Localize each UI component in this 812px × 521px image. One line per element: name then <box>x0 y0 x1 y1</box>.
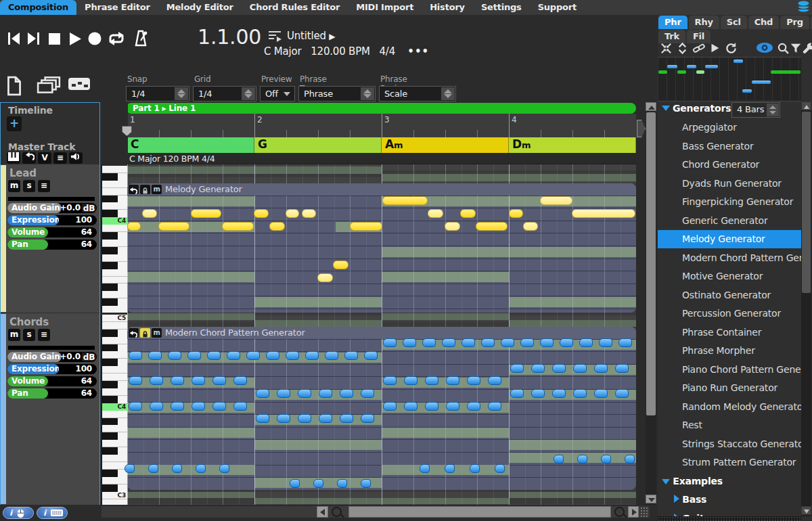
param-volume[interactable]: Volume64 <box>7 376 97 386</box>
control-snap[interactable]: 1/4 <box>126 86 189 101</box>
generator-item[interactable]: Phrase Morpher <box>658 342 801 360</box>
chord-pattern-note[interactable] <box>594 364 608 373</box>
chord-pattern-note[interactable] <box>467 376 480 385</box>
mute-chip[interactable]: m <box>152 328 162 338</box>
chord-pattern-note[interactable] <box>361 479 371 488</box>
black-key[interactable] <box>102 232 118 240</box>
chord-pattern-note[interactable] <box>383 376 397 385</box>
panel-scroll-up[interactable] <box>801 101 811 110</box>
chord-pattern-note[interactable] <box>313 479 323 488</box>
undo-icon[interactable] <box>129 328 139 338</box>
param-pan[interactable]: Pan64 <box>7 388 97 399</box>
menu-item-composition[interactable]: Composition <box>0 0 76 15</box>
menu-item-chord-rules-editor[interactable]: Chord Rules Editor <box>242 0 348 15</box>
chord-pattern-note[interactable] <box>212 402 226 411</box>
chord-pattern-note[interactable] <box>196 464 206 473</box>
melody-note[interactable] <box>222 222 254 231</box>
black-key[interactable] <box>102 344 118 352</box>
piano-roll-grid[interactable]: mMelody GeneratormModern Chord Pattern G… <box>127 164 636 505</box>
chord-pattern-note[interactable] <box>286 351 299 360</box>
control-phrase-resize[interactable]: Scale <box>379 86 456 101</box>
bars-spinner[interactable]: 4 Bars <box>731 102 780 118</box>
chord-pattern-note[interactable] <box>383 402 397 411</box>
chord-pattern-note[interactable] <box>344 351 358 360</box>
chord-pattern-note[interactable] <box>560 338 573 347</box>
chord-pattern-note[interactable] <box>340 414 353 423</box>
chord-pattern-note[interactable] <box>573 364 587 373</box>
black-key[interactable] <box>102 359 118 366</box>
chord-pattern-note[interactable] <box>467 402 480 411</box>
generator-item[interactable]: Ostinato Generator <box>658 286 801 304</box>
skip-to-start-icon[interactable] <box>5 30 24 48</box>
spinner-arrows[interactable] <box>441 87 455 100</box>
black-key[interactable] <box>102 330 118 337</box>
speaker-icon[interactable] <box>69 152 83 164</box>
black-key[interactable] <box>102 298 118 306</box>
menu-item-history[interactable]: History <box>422 0 473 15</box>
chord-pattern-note[interactable] <box>361 389 374 398</box>
piano-keyboard[interactable]: C4 <box>102 166 128 313</box>
chord-pattern-note[interactable] <box>495 464 505 473</box>
chord-pattern-note[interactable] <box>227 351 240 360</box>
chord-pattern-note[interactable] <box>577 455 587 463</box>
layers-icon[interactable] <box>37 76 61 97</box>
black-key[interactable] <box>102 418 118 426</box>
chord-pattern-note[interactable] <box>403 338 416 347</box>
chord-pattern-note[interactable] <box>207 351 221 360</box>
wrench-icon[interactable] <box>802 42 812 55</box>
chord-pattern-note[interactable] <box>579 338 593 347</box>
chord-pattern-note[interactable] <box>246 351 260 360</box>
chord-pattern-note[interactable] <box>488 402 501 411</box>
melody-note[interactable] <box>350 222 382 231</box>
mute-chip[interactable]: m <box>152 185 162 194</box>
chord-pattern-note[interactable] <box>277 389 290 398</box>
chord-pattern-note[interactable] <box>618 338 632 347</box>
resize-grip[interactable] <box>640 507 649 517</box>
song-time-signature[interactable]: 4/4 <box>379 45 395 58</box>
chord-pattern-note[interactable] <box>446 402 459 411</box>
black-key[interactable] <box>102 262 118 269</box>
chord-pattern-note[interactable] <box>148 464 158 473</box>
chord-pattern-note[interactable] <box>256 389 269 398</box>
chord-pattern-note[interactable] <box>488 376 501 385</box>
chord-segment-G[interactable]: G <box>254 137 382 153</box>
control-grid[interactable]: 1/4 <box>193 86 256 101</box>
chord-pattern-note[interactable] <box>420 464 430 473</box>
melody-note[interactable] <box>142 209 157 218</box>
black-key[interactable] <box>102 470 118 477</box>
chord-pattern-note[interactable] <box>212 376 226 385</box>
panel-hscrollbar[interactable] <box>658 516 801 521</box>
track-mute-button[interactable]: m <box>8 180 20 192</box>
chord-pattern-note[interactable] <box>404 402 418 411</box>
generator-item[interactable]: Rest <box>658 416 801 434</box>
param-volume[interactable]: Volume64 <box>7 227 97 237</box>
melody-note[interactable] <box>509 209 523 218</box>
add-timeline-button[interactable]: + <box>7 116 22 131</box>
param-expression[interactable]: Expression100 <box>7 364 97 374</box>
song-key[interactable]: C Major <box>264 45 302 58</box>
chord-pattern-note[interactable] <box>425 402 438 411</box>
melody-note[interactable] <box>523 222 538 231</box>
generator-item[interactable]: Dyads Run Generator <box>658 175 801 193</box>
chord-pattern-note[interactable] <box>422 338 436 347</box>
melody-note[interactable] <box>191 209 221 218</box>
generator-item[interactable]: Fingerpicking Generator <box>658 193 801 211</box>
record-icon[interactable] <box>87 30 106 48</box>
loop-icon[interactable] <box>107 30 126 48</box>
black-key[interactable] <box>102 396 118 403</box>
eye-icon[interactable] <box>756 42 773 55</box>
chord-segment-C[interactable]: C <box>127 137 254 153</box>
chord-pattern-note[interactable] <box>337 479 347 488</box>
chord-pattern-note[interactable] <box>594 389 608 398</box>
melody-note[interactable] <box>286 209 299 218</box>
track-panel-chords[interactable]: Chordsms≡Audio Gain+0.0dBExpression100Vo… <box>1 313 99 505</box>
chord-pattern-note[interactable] <box>233 376 247 385</box>
chord-pattern-note[interactable] <box>125 464 135 473</box>
hscroll-thumb[interactable] <box>348 506 611 518</box>
pads-icon[interactable] <box>68 76 91 95</box>
tab-phr[interactable]: Phr <box>658 16 687 29</box>
chord-pattern-note[interactable] <box>552 389 566 398</box>
chord-segment-Am[interactable]: Am <box>382 137 509 153</box>
melody-note[interactable] <box>269 222 285 231</box>
chord-pattern-note[interactable] <box>470 464 480 473</box>
